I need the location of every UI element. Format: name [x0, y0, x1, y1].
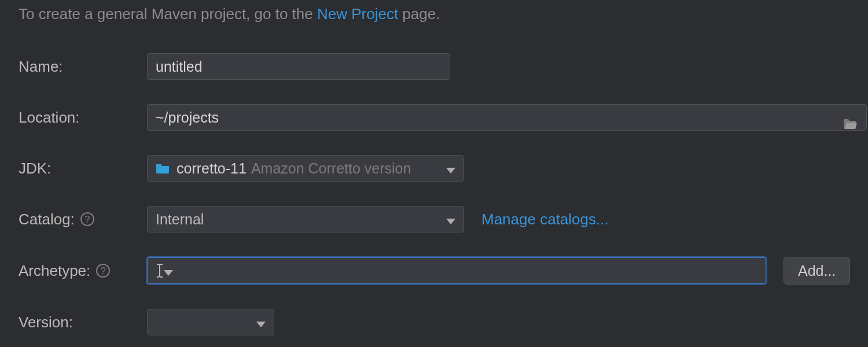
chevron-down-icon [446, 160, 455, 177]
svg-marker-1 [446, 219, 455, 224]
browse-folder-icon[interactable] [843, 111, 858, 124]
svg-marker-7 [164, 270, 173, 276]
archetype-label: Archetype: [19, 262, 90, 280]
version-dropdown[interactable] [147, 309, 274, 335]
help-icon[interactable]: ? [96, 264, 110, 278]
catalog-value: Internal [156, 211, 204, 228]
add-button[interactable]: Add... [784, 257, 850, 285]
help-icon[interactable]: ? [80, 212, 94, 226]
catalog-dropdown[interactable]: Internal [147, 206, 464, 232]
location-input[interactable]: ~/projects [147, 104, 867, 131]
text-cursor-icon [156, 263, 164, 278]
version-label: Version: [19, 313, 147, 331]
location-label: Location: [19, 109, 147, 127]
jdk-name: corretto-11 [176, 160, 247, 177]
hint-prefix: To create a general Maven project, go to… [19, 5, 317, 23]
archetype-combobox[interactable] [147, 257, 766, 284]
manage-catalogs-link[interactable]: Manage catalogs... [481, 211, 609, 228]
svg-marker-0 [446, 168, 455, 174]
new-project-link[interactable]: New Project [317, 5, 398, 23]
jdk-description: Amazon Corretto version [251, 160, 411, 177]
chevron-down-icon [256, 314, 266, 331]
name-input[interactable]: untitled [147, 53, 450, 80]
svg-marker-8 [256, 322, 266, 327]
jdk-dropdown[interactable]: corretto-11 Amazon Corretto version [147, 155, 464, 182]
jdk-label: JDK: [19, 160, 147, 178]
hint-text: To create a general Maven project, go to… [19, 3, 849, 24]
chevron-down-icon [446, 211, 455, 228]
name-label: Name: [19, 58, 147, 76]
catalog-label: Catalog: [19, 211, 75, 228]
location-value: ~/projects [156, 105, 836, 130]
folder-icon [156, 163, 170, 174]
hint-suffix: page. [398, 5, 440, 23]
chevron-down-icon [164, 262, 173, 280]
